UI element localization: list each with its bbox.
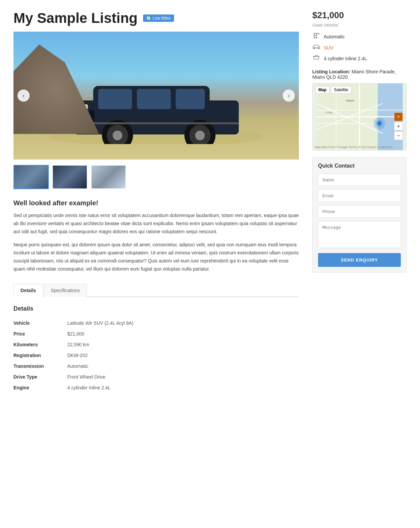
svg-rect-3 <box>98 89 132 109</box>
svg-rect-4 <box>137 89 171 109</box>
thumbnail-strip <box>13 165 299 189</box>
thumbnail-image-1 <box>14 166 48 188</box>
transmission-icon <box>312 32 320 41</box>
location-label: Listing Location: Miami Shore Parade, Mi… <box>312 69 407 80</box>
tab-specifications[interactable]: Specifications <box>44 284 87 297</box>
contact-email-input[interactable] <box>318 189 401 202</box>
carousel-prev-button[interactable]: ‹ <box>18 90 30 102</box>
table-row: Transmission Automatic <box>13 361 299 372</box>
svg-point-13 <box>112 131 122 140</box>
details-section: Details Vehicle Latitude 4dr SUV (2.4L 4… <box>13 305 299 393</box>
detail-label: Drive Type <box>13 372 67 382</box>
detail-value: DKW-202 <box>67 350 299 361</box>
detail-value: $21,000 <box>67 328 299 339</box>
thumbnail-image-3 <box>92 166 126 188</box>
description-section: Well looked after example! Sed ut perspi… <box>13 199 299 273</box>
main-content: My Sample Listing 🔄 Low Miles <box>13 10 299 393</box>
quick-contact-title: Quick Contact <box>318 163 401 169</box>
svg-rect-29 <box>319 56 319 57</box>
map-view-button[interactable]: Map <box>315 86 329 94</box>
svg-rect-24 <box>316 37 317 38</box>
spec-type-link[interactable]: SUV <box>324 45 334 50</box>
carousel-image <box>13 32 299 160</box>
image-carousel: ‹ › <box>13 32 299 160</box>
thumbnail-2[interactable] <box>52 165 88 189</box>
badge-icon: 🔄 <box>146 16 151 21</box>
svg-rect-22 <box>316 35 317 36</box>
table-row: Drive Type Front Wheel Drive <box>13 372 299 382</box>
map-controls: Map Satellite <box>315 86 351 94</box>
tab-bar: Details Specifications <box>13 283 299 297</box>
contact-name-input[interactable] <box>318 174 401 186</box>
svg-rect-17 <box>74 122 239 124</box>
detail-value: 4 cylinder Inline 2.4L <box>67 382 299 393</box>
table-row: Kilometers 22,590 km <box>13 339 299 350</box>
table-row: Price $21,000 <box>13 328 299 339</box>
zoom-in-button[interactable]: + <box>394 122 403 131</box>
detail-label: Transmission <box>13 361 67 372</box>
svg-text:f Club: f Club <box>326 111 332 114</box>
detail-value: Front Wheel Drive <box>67 372 299 382</box>
svg-rect-27 <box>314 57 319 59</box>
svg-point-16 <box>195 131 205 140</box>
sidebar: $21,000 Used Vehicle Automatic SUV 4 cy <box>312 10 407 393</box>
thumbnail-3[interactable] <box>91 165 126 189</box>
svg-rect-30 <box>315 55 316 57</box>
svg-rect-18 <box>314 33 315 34</box>
svg-rect-23 <box>314 37 315 38</box>
tab-details[interactable]: Details <box>13 284 43 297</box>
vehicle-type-label: Used Vehicle <box>312 23 407 28</box>
location-section: Listing Location: Miami Shore Parade, Mi… <box>312 69 407 80</box>
map-person-icon[interactable]: 🧍 <box>394 112 403 121</box>
spec-engine: 4 cylinder Inline 2.4L <box>312 55 407 62</box>
svg-rect-20 <box>318 33 319 34</box>
detail-label: Price <box>13 328 67 339</box>
svg-rect-19 <box>316 33 317 34</box>
specs-list: Automatic SUV 4 cylinder Inline 2.4L <box>312 32 407 62</box>
detail-label: Engine <box>13 382 67 393</box>
table-row: Engine 4 cylinder Inline 2.4L <box>13 382 299 393</box>
quick-contact-form: Quick Contact SEND ENQUIRY <box>312 157 407 273</box>
low-miles-badge: 🔄 Low Miles <box>143 14 174 22</box>
detail-value: Automatic <box>67 361 299 372</box>
detail-label: Kilometers <box>13 339 67 350</box>
detail-label: Registration <box>13 350 67 361</box>
price-display: $21,000 <box>312 10 407 21</box>
spec-engine-label: 4 cylinder Inline 2.4L <box>324 56 367 61</box>
listing-title-area: My Sample Listing 🔄 Low Miles <box>13 10 299 26</box>
engine-icon <box>312 55 320 62</box>
map-zoom-controls: 🧍 + − <box>394 112 403 140</box>
contact-phone-input[interactable] <box>318 205 401 218</box>
satellite-view-button[interactable]: Satellite <box>331 86 351 94</box>
thumbnail-image-2 <box>53 166 87 188</box>
carousel-next-button[interactable]: › <box>283 90 295 102</box>
send-enquiry-button[interactable]: SEND ENQUIRY <box>318 253 401 267</box>
table-row: Vehicle Latitude 4dr SUV (2.4L 4cyl 9A) <box>13 318 299 328</box>
svg-point-25 <box>314 47 315 49</box>
contact-message-input[interactable] <box>318 221 401 248</box>
description-paragraph-2: Neque porro quisquam est, qui dolorem ip… <box>13 241 299 273</box>
detail-value: 22,590 km <box>67 339 299 350</box>
page-title: My Sample Listing <box>13 10 138 26</box>
description-heading: Well looked after example! <box>13 199 299 207</box>
details-heading: Details <box>13 305 299 312</box>
description-paragraph-1: Sed ut perspiciatis unde omnis iste natu… <box>13 212 299 236</box>
svg-rect-5 <box>176 89 205 109</box>
svg-rect-31 <box>317 55 318 57</box>
table-row: Registration DKW-202 <box>13 350 299 361</box>
map-attribution: Map data ©2017 Google Terms of Use Repor… <box>315 145 393 149</box>
svg-rect-21 <box>314 35 315 36</box>
spec-transmission: Automatic <box>312 32 407 41</box>
zoom-out-button[interactable]: − <box>394 131 403 140</box>
map-container: Miami f Club Map Satellite 🧍 + − Map dat… <box>312 83 407 150</box>
thumbnail-1[interactable] <box>13 165 49 189</box>
svg-point-45 <box>378 122 381 125</box>
detail-value: Latitude 4dr SUV (2.4L 4cyl 9A) <box>67 318 299 328</box>
svg-rect-28 <box>313 56 314 57</box>
car-type-icon <box>312 44 320 51</box>
detail-label: Vehicle <box>13 318 67 328</box>
spec-type: SUV <box>312 44 407 51</box>
svg-point-26 <box>317 47 319 49</box>
spec-transmission-label: Automatic <box>324 34 345 39</box>
svg-text:Miami: Miami <box>346 99 354 102</box>
